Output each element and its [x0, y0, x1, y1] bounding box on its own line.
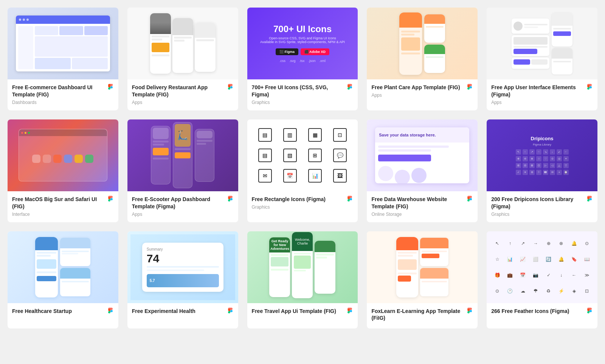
feather-icon: ☁ — [519, 287, 527, 295]
figma-icon — [227, 84, 234, 91]
card-ecommerce-dashboard[interactable]: Free E-commerce Dashboard UI Template (F… — [8, 8, 118, 110]
card-escooter[interactable]: 🛴 Free E-Scooter App Dashboar — [127, 119, 238, 222]
rect-icon: ⊡ — [333, 128, 347, 142]
card-healthcare[interactable]: Free Healthcare Startup — [8, 231, 118, 329]
card-macos[interactable]: Free MacOS Big Sur and Safari UI (FIG) I… — [8, 119, 118, 222]
card-body: Free E-Scooter App Dashboard Template (F… — [127, 191, 238, 222]
card-body: Free Experimental Health — [127, 303, 238, 322]
card-title: Free E-commerce Dashboard UI Template (F… — [12, 84, 105, 98]
card-feather-icons[interactable]: ↖ ↑ ↗ → ⊕ ⊗ 🔔 ⊙ ☆ 📊 📈 ⬜ 🔄 🔔 🔖 📖 🎁 💼 📅 — [487, 231, 597, 329]
card-body: Free Plant Care App Template (FIG) Apps — [367, 79, 478, 103]
card-body: 266 Free Feather Icons (Figma) — [487, 303, 597, 322]
feather-icon: ✓ — [545, 271, 552, 279]
feather-icon: ⊙ — [493, 287, 501, 295]
feather-icon: ☆ — [493, 256, 501, 263]
card-category: Apps — [371, 93, 473, 98]
feather-icon: 📷 — [532, 271, 540, 279]
card-app-ui-elements[interactable]: Free App User Interface Elements (Figma)… — [487, 8, 597, 110]
feather-icon: 🌩 — [532, 287, 540, 295]
card-body: Free Rectangle Icons (Figma) Graphics — [247, 191, 358, 215]
rect-icon: ▤ — [258, 128, 272, 142]
figma-icon — [586, 308, 593, 314]
xd-badge: ⬛ Adobe XD — [301, 48, 329, 55]
feather-icon: 📖 — [583, 256, 591, 263]
feather-icon: ↗ — [519, 240, 527, 247]
card-title: 266 Free Feather Icons (Figma) — [491, 308, 584, 315]
feather-icon: 📊 — [506, 256, 514, 263]
card-category: Online Storage — [371, 212, 473, 217]
feather-icon: ≫ — [583, 271, 591, 279]
feather-icon: 🔔 — [557, 256, 565, 263]
feather-icon: 🔔 — [570, 240, 578, 247]
feather-icon: ◈ — [570, 287, 578, 295]
card-title: Free MacOS Big Sur and Safari UI (FIG) — [12, 196, 105, 210]
card-body: Free Data Warehouse Website Template (FI… — [367, 191, 478, 222]
card-ui-icons[interactable]: 700+ UI Icons Open-source CSS, SVG and F… — [247, 8, 358, 110]
feather-icon: 📈 — [519, 256, 527, 263]
feather-icon: 🔖 — [570, 256, 578, 263]
card-title: 700+ Free UI Icons (CSS, SVG, Figma) — [252, 84, 344, 98]
card-category: Apps — [491, 100, 593, 105]
card-category: Interface — [12, 212, 114, 217]
figma-icon — [586, 196, 593, 203]
figma-icon — [346, 84, 353, 91]
feather-icon: ⊕ — [545, 240, 552, 247]
figma-icon — [466, 196, 473, 203]
card-title: FoxLearn E-Learning App Template (FiIG) — [371, 308, 464, 322]
card-body: FoxLearn E-Learning App Template (FiIG) — [367, 303, 478, 329]
card-category: Apps — [132, 212, 234, 217]
card-plant-care[interactable]: Free Plant Care App Template (FIG) Apps — [367, 8, 478, 110]
card-body: Free Travel App Ui Template (FIG) — [247, 303, 358, 322]
figma-icon — [227, 196, 234, 203]
card-category: Apps — [132, 100, 234, 105]
card-body: Free E-commerce Dashboard UI Template (F… — [8, 79, 118, 110]
feather-icon: ↖ — [493, 240, 501, 247]
resource-grid: Free E-commerce Dashboard UI Template (F… — [8, 8, 597, 328]
feather-icon: ⚡ — [557, 287, 565, 295]
feather-icon: 📅 — [519, 271, 527, 279]
figma-icon — [466, 84, 473, 91]
card-body: 200 Free Dripicons Icons Library (Figma)… — [487, 191, 597, 222]
rect-icon: ▤ — [258, 149, 272, 162]
card-title: 200 Free Dripicons Icons Library (Figma) — [491, 196, 584, 210]
card-data-warehouse[interactable]: Save your data storage here. — [367, 119, 478, 222]
card-title: Free Experimental Health — [132, 308, 225, 315]
card-body: Free App User Interface Elements (Figma)… — [487, 79, 597, 110]
feather-icon: ← — [570, 271, 578, 279]
card-body: Food Delivery Restaurant App Template (F… — [127, 79, 238, 110]
icons-hero-sub: Open-source CSS, SVG and Figma UI IconsA… — [260, 36, 345, 44]
card-dripicons[interactable]: Dripicons Figma Library ↖↑↗→ ↘↓↙← ⊕⊖⊗☆ ♡… — [487, 119, 597, 222]
card-foxlearn[interactable]: FoxLearn E-Learning App Template (FiIG) — [367, 231, 478, 329]
figma-icon — [107, 84, 114, 91]
feather-icon: ⊙ — [583, 240, 591, 247]
card-body: Free Healthcare Startup — [8, 303, 118, 322]
feather-icon: 🕐 — [506, 287, 514, 295]
figma-badge: ⬛ Figma — [276, 48, 298, 55]
card-title: Free E-Scooter App Dashboard Template (F… — [132, 196, 225, 210]
card-title: Free Data Warehouse Website Template (FI… — [371, 196, 464, 210]
feather-icon: ↑ — [506, 240, 514, 247]
feather-icon: ♻ — [545, 287, 552, 295]
figma-icon — [346, 196, 353, 203]
rect-icon: ⊞ — [308, 149, 322, 162]
rect-icon: ▥ — [283, 128, 297, 142]
figma-icon — [466, 308, 473, 314]
dw-title-text: Save your data storage here. — [379, 133, 436, 137]
card-food-delivery[interactable]: Food Delivery Restaurant App Template (F… — [127, 8, 238, 110]
rect-icon: 🖼 — [333, 169, 347, 183]
card-travel-app[interactable]: Get Ready for New Adventures Welcome, Ch… — [247, 231, 358, 329]
figma-icon — [346, 308, 353, 314]
icons-hero-title: 700+ UI Icons — [273, 24, 332, 34]
feather-icon: 🔄 — [545, 256, 552, 263]
card-body: 700+ Free UI Icons (CSS, SVG, Figma) Gra… — [247, 79, 358, 110]
card-title: Free App User Interface Elements (Figma) — [491, 84, 584, 98]
rect-icon: ▧ — [283, 149, 297, 162]
feather-icon: ↓ — [557, 271, 565, 279]
figma-icon — [227, 308, 234, 314]
feather-icon: ⊗ — [557, 240, 565, 247]
card-rect-icons[interactable]: ▤ ▥ ▦ ⊡ ▤ ▧ ⊞ 💬 ✉ 📅 📊 🖼 Free Rectangle I… — [247, 119, 358, 222]
card-category: Graphics — [252, 100, 354, 105]
rect-icon: ▦ — [308, 128, 322, 142]
card-health-experimental[interactable]: Summary 74 5.7 Free Experimental Health — [127, 231, 238, 329]
card-category: Dashboards — [12, 100, 114, 105]
